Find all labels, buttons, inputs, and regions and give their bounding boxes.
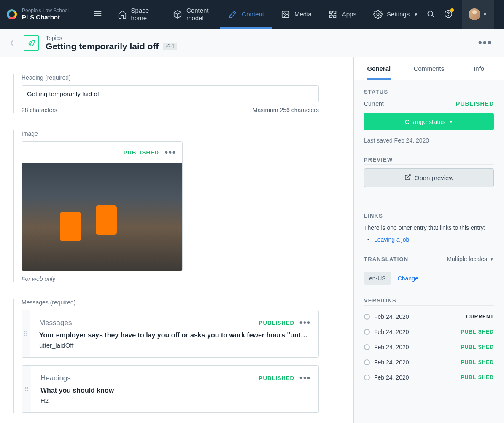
version-row[interactable]: Feb 24, 2020PUBLISHED (364, 339, 494, 355)
status-current-label: Current (364, 100, 384, 107)
section-heading: LINKS (364, 213, 494, 221)
nav-media[interactable]: Media (272, 0, 320, 29)
chevron-down-icon: ▼ (490, 257, 494, 261)
box-icon (173, 10, 182, 19)
nav-content-model[interactable]: Content model (164, 0, 220, 29)
nav-label: Media (294, 11, 312, 18)
entry-type-icon (24, 35, 39, 51)
version-status: PUBLISHED (461, 359, 494, 365)
field-label: Messages (required) (22, 299, 341, 306)
brand-block[interactable]: People's Law School PLS Chatbot (0, 8, 109, 21)
status-badge: PUBLISHED (259, 320, 294, 326)
field-label: Heading (required) (22, 74, 341, 81)
top-navbar: People's Law School PLS Chatbot Space ho… (0, 0, 504, 29)
nav-space-home[interactable]: Space home (109, 0, 164, 29)
chevron-down-icon: ▼ (414, 12, 418, 17)
field-helper: For web only (22, 275, 341, 282)
radio-icon[interactable] (364, 359, 370, 365)
radio-icon[interactable] (364, 314, 370, 320)
last-saved-text: Last saved Feb 24, 2020 (364, 137, 494, 144)
image-preview (22, 163, 183, 271)
references-badge[interactable]: 1 (163, 43, 177, 50)
nav-label: Apps (342, 11, 356, 18)
sidebar: General Comments Info STATUS Current PUB… (353, 57, 504, 423)
translation-mode[interactable]: Multiple locales ▼ (447, 256, 494, 262)
chevron-down-icon: ▼ (483, 12, 487, 17)
drag-handle-icon[interactable]: ⠿ (22, 310, 30, 357)
gear-icon (373, 10, 383, 19)
image-asset-card[interactable]: PUBLISHED ••• (22, 141, 183, 271)
version-row[interactable]: Feb 24, 2020PUBLISHED (364, 324, 494, 339)
breadcrumb[interactable]: Topics (46, 35, 177, 41)
card-actions-menu[interactable]: ••• (299, 373, 311, 383)
svg-line-7 (432, 15, 434, 17)
version-status: PUBLISHED (461, 344, 494, 350)
version-status: CURRENT (466, 314, 494, 320)
reference-card[interactable]: ⠿ PUBLISHED ••• Messages Your employer s… (22, 310, 319, 358)
reference-subtitle: utter_laidOff (39, 342, 309, 349)
button-label: Change status (405, 118, 446, 125)
reference-card[interactable]: ⠿ PUBLISHED ••• Headings What you should… (22, 365, 319, 413)
section-heading: VERSIONS (364, 297, 494, 306)
nav-content[interactable]: Content (220, 0, 272, 29)
tab-info[interactable]: Info (454, 57, 504, 80)
search-icon[interactable] (426, 10, 435, 19)
nav-apps[interactable]: Apps (320, 0, 365, 29)
field-heading: Heading (required) 28 characters Maximum… (13, 74, 341, 113)
change-status-button[interactable]: Change status ▼ (364, 113, 494, 130)
entry-actions-menu[interactable]: ••• (478, 36, 492, 49)
section-heading: PREVIEW (364, 156, 494, 165)
change-locales-link[interactable]: Change (398, 275, 418, 282)
drag-handle-icon[interactable]: ⠿ (22, 366, 31, 412)
locale-badge: en-US (364, 272, 391, 285)
brand-name: PLS Chatbot (22, 13, 69, 21)
nav-label: Settings (387, 11, 410, 18)
version-row[interactable]: Feb 24, 2020PUBLISHED (364, 355, 494, 370)
tab-comments[interactable]: Comments (404, 57, 454, 80)
asset-actions-menu[interactable]: ••• (165, 148, 176, 157)
back-button[interactable] (0, 29, 24, 57)
external-link-icon (404, 174, 411, 182)
incoming-link[interactable]: Leaving a job (374, 236, 409, 243)
version-row[interactable]: Feb 24, 2020PUBLISHED (364, 370, 494, 385)
heading-input[interactable] (22, 85, 319, 102)
translation-section: TRANSLATION Multiple locales ▼ en-US Cha… (354, 247, 504, 289)
reference-title: Your employer says they have to lay you … (39, 331, 309, 339)
status-badge: PUBLISHED (259, 375, 294, 381)
radio-icon[interactable] (364, 375, 370, 380)
image-icon (281, 10, 290, 19)
nav-label: Content model (186, 7, 211, 22)
status-section: STATUS Current PUBLISHED Change status ▼… (354, 80, 504, 148)
version-row[interactable]: Feb 24, 2020CURRENT (364, 309, 494, 324)
references-count: 1 (172, 43, 175, 49)
hamburger-icon[interactable] (93, 9, 102, 19)
chevron-down-icon: ▼ (449, 119, 453, 124)
versions-section: VERSIONS Feb 24, 2020CURRENTFeb 24, 2020… (354, 289, 504, 389)
tab-general[interactable]: General (354, 57, 404, 80)
version-date: Feb 24, 2020 (374, 313, 409, 320)
field-label: Image (22, 130, 341, 137)
status-badge: PUBLISHED (124, 149, 159, 156)
nav-settings[interactable]: Settings ▼ (365, 0, 426, 29)
open-preview-button[interactable]: Open preview (364, 168, 494, 187)
card-actions-menu[interactable]: ••• (299, 318, 311, 328)
avatar-icon (469, 8, 480, 20)
reference-title: What you should know (40, 387, 309, 394)
char-count: 28 characters (22, 107, 57, 113)
radio-icon[interactable] (364, 329, 370, 335)
radio-icon[interactable] (364, 344, 370, 350)
user-menu[interactable]: ▼ (462, 0, 494, 29)
svg-line-10 (407, 175, 410, 178)
home-icon (118, 10, 127, 19)
nav-label: Content (242, 11, 264, 18)
notification-dot-icon (450, 8, 454, 12)
version-status: PUBLISHED (461, 329, 494, 335)
svg-point-6 (428, 11, 433, 16)
help-icon[interactable] (444, 10, 453, 19)
version-date: Feb 24, 2020 (374, 359, 409, 366)
page-title: Getting temporarily laid off (46, 41, 159, 51)
svg-rect-3 (282, 11, 289, 18)
status-current-value: PUBLISHED (456, 100, 494, 107)
page-header: Topics Getting temporarily laid off 1 ••… (0, 29, 504, 57)
char-max: Maximum 256 characters (253, 107, 319, 113)
